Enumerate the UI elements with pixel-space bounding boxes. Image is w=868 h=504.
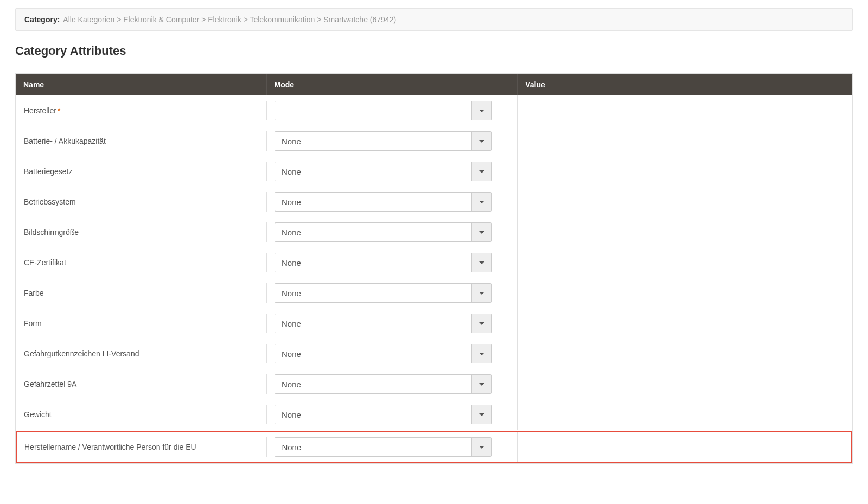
attribute-name-text: Bildschirmgröße [24, 228, 79, 237]
mode-select-input[interactable]: None [275, 162, 492, 181]
table-header: Name Mode Value [16, 74, 852, 95]
attribute-name-text: Hersteller [24, 106, 56, 115]
table-row: CE-ZertifikatNone [16, 247, 852, 278]
attribute-name: Form [16, 314, 267, 333]
mode-select-value: None [275, 289, 471, 298]
attribute-value-cell [518, 318, 852, 329]
arrow-down-icon [479, 322, 484, 325]
chevron-down-icon[interactable] [471, 405, 491, 424]
mode-select-value: None [275, 258, 471, 267]
mode-select-input[interactable]: None [275, 314, 492, 333]
attribute-name-text: CE-Zertifikat [24, 258, 66, 267]
attribute-name-text: Gefahrgutkennzeichen LI-Versand [24, 349, 139, 358]
attribute-name-text: Herstellername / Verantwortliche Person … [24, 443, 196, 451]
attribute-name: Batterie- / Akkukapazität [16, 131, 267, 151]
mode-select[interactable]: None [275, 437, 492, 457]
mode-select[interactable]: None [275, 131, 492, 151]
mode-select-input[interactable]: None [275, 192, 492, 212]
mode-select-input[interactable]: None [275, 344, 492, 363]
attribute-mode-cell: None [267, 432, 517, 462]
attribute-mode-cell: None [267, 339, 518, 369]
mode-select-input[interactable]: None [275, 437, 492, 457]
attribute-name: Bildschirmgröße [16, 222, 267, 242]
attribute-name-text: Gefahrzettel 9A [24, 380, 76, 388]
mode-select[interactable]: None [275, 283, 492, 303]
chevron-down-icon[interactable] [471, 223, 491, 241]
table-row: GewichtNone [16, 399, 852, 430]
mode-select[interactable]: None [275, 253, 492, 272]
arrow-down-icon [479, 140, 484, 143]
mode-select[interactable]: None [275, 192, 492, 212]
attribute-name: Herstellername / Verantwortliche Person … [17, 437, 267, 457]
attribute-mode-cell: None [267, 217, 518, 247]
chevron-down-icon[interactable] [471, 101, 491, 120]
attribute-name: Farbe [16, 283, 267, 303]
attribute-mode-cell: None [267, 399, 518, 430]
attribute-name-text: Betriebssystem [24, 197, 76, 206]
mode-select-value: None [275, 410, 471, 419]
section-title: Category Attributes [15, 44, 853, 58]
mode-select-value: None [275, 167, 471, 176]
mode-select-value: None [275, 380, 471, 389]
attribute-mode-cell: None [267, 369, 518, 399]
attribute-value-cell [518, 196, 852, 207]
attribute-mode-cell: None [267, 308, 518, 339]
attributes-table: Name Mode Value Hersteller*Batterie- / A… [15, 73, 853, 464]
mode-select-value: None [275, 349, 471, 359]
attribute-mode-cell: None [267, 126, 518, 156]
table-row: BetriebssystemNone [16, 187, 852, 217]
mode-select-input[interactable]: None [275, 131, 492, 151]
table-row: FarbeNone [16, 278, 852, 308]
chevron-down-icon[interactable] [471, 314, 491, 333]
chevron-down-icon[interactable] [471, 193, 491, 211]
arrow-down-icon [479, 231, 484, 234]
chevron-down-icon[interactable] [471, 438, 491, 456]
chevron-down-icon[interactable] [471, 284, 491, 302]
arrow-down-icon [479, 383, 484, 386]
attribute-value-cell [518, 409, 852, 420]
attribute-name-text: Batterie- / Akkukapazität [24, 137, 106, 145]
mode-select-input[interactable]: None [275, 253, 492, 272]
mode-select[interactable]: None [275, 374, 492, 394]
mode-select-input[interactable]: None [275, 283, 492, 303]
header-mode: Mode [267, 74, 518, 95]
mode-select[interactable]: None [275, 344, 492, 363]
mode-select-input[interactable]: None [275, 405, 492, 424]
mode-select[interactable]: None [275, 222, 492, 242]
header-value: Value [518, 74, 852, 95]
arrow-down-icon [479, 413, 484, 416]
attribute-mode-cell [267, 95, 518, 126]
arrow-down-icon [479, 353, 484, 355]
attribute-name: Batteriegesetz [16, 162, 267, 181]
mode-select-input[interactable]: None [275, 222, 492, 242]
arrow-down-icon [479, 261, 484, 264]
mode-select-input[interactable]: None [275, 374, 492, 394]
mode-select-value: None [275, 228, 471, 237]
attribute-name: Gefahrzettel 9A [16, 374, 267, 394]
table-row: BatteriegesetzNone [16, 156, 852, 187]
attribute-value-cell [518, 442, 851, 452]
mode-select-input[interactable] [275, 101, 492, 120]
chevron-down-icon[interactable] [471, 162, 491, 181]
mode-select-value: None [275, 197, 471, 207]
chevron-down-icon[interactable] [471, 253, 491, 272]
arrow-down-icon [479, 446, 484, 449]
table-row: Hersteller* [16, 95, 852, 126]
header-name: Name [16, 74, 267, 95]
mode-select[interactable]: None [275, 405, 492, 424]
mode-select-value: None [275, 319, 471, 328]
chevron-down-icon[interactable] [471, 132, 491, 150]
mode-select[interactable] [275, 101, 492, 120]
mode-select-value: None [275, 443, 471, 452]
attribute-name: Gewicht [16, 405, 267, 424]
chevron-down-icon[interactable] [471, 344, 491, 363]
chevron-down-icon[interactable] [471, 375, 491, 393]
attribute-value-cell [518, 105, 852, 116]
mode-select[interactable]: None [275, 162, 492, 181]
arrow-down-icon [479, 170, 484, 173]
table-body: Hersteller*Batterie- / AkkukapazitätNone… [16, 95, 852, 463]
category-bar: Category: Alle Kategorien > Elektronik &… [15, 8, 853, 31]
attribute-value-cell [518, 227, 852, 238]
mode-select[interactable]: None [275, 314, 492, 333]
table-row: Gefahrgutkennzeichen LI-VersandNone [16, 339, 852, 369]
